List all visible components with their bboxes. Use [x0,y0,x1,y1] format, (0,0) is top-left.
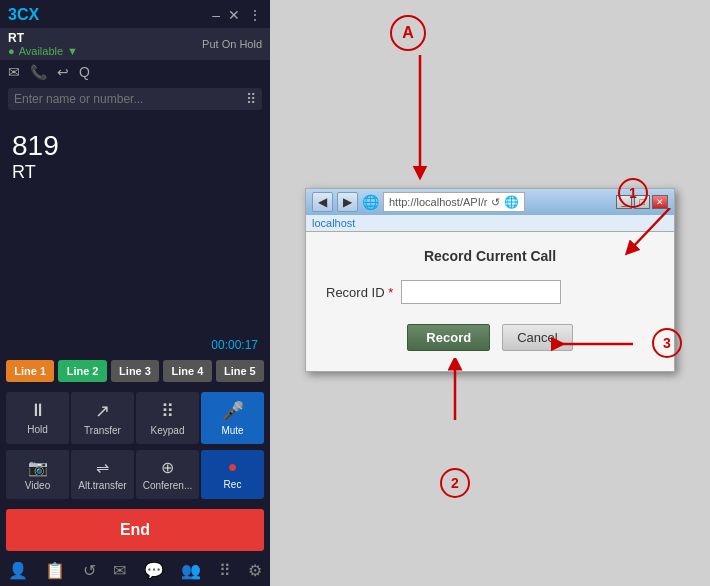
minimize-icon[interactable]: – [212,7,220,23]
header-icons: – ✕ ⋮ [212,7,262,23]
app-logo: 3CX [8,6,39,24]
search-bar[interactable]: ⠿ [8,88,262,110]
menu-icon[interactable]: ⋮ [248,7,262,23]
address-text[interactable]: http://localhost/API/r [389,196,487,208]
transfer-button[interactable]: ↗ Transfer [71,392,134,444]
annotation-2-circle: 2 [440,468,470,498]
record-id-input[interactable] [401,280,561,304]
softphone-panel: 3CX – ✕ ⋮ RT ● Available ▼ Put On Hold ✉… [0,0,270,586]
record-button[interactable]: Record [407,324,490,351]
lines-row: Line 1 Line 2 Line 3 Line 4 Line 5 [0,356,270,386]
hold-button[interactable]: ⏸ Hold [6,392,69,444]
line-5-button[interactable]: Line 5 [216,360,264,382]
address-bar: http://localhost/API/r ↺ 🌐 [383,192,525,212]
refresh-nav-icon[interactable]: ↺ [83,561,96,580]
annotation-1-circle: 1 [618,178,648,208]
conference-icon: ⊕ [161,458,174,477]
close-window-button[interactable]: ✕ [652,195,668,209]
rec-label: Rec [224,479,242,490]
end-call-button[interactable]: End [6,509,264,551]
call-name: RT [12,162,258,183]
status-bar: RT ● Available ▼ Put On Hold [0,28,270,60]
annotation-3-circle: 3 [652,328,682,358]
line-4-button[interactable]: Line 4 [163,360,211,382]
put-on-hold-button[interactable]: Put On Hold [202,38,262,50]
dialog-buttons: Record Cancel [326,324,654,351]
softphone-header: 3CX – ✕ ⋮ [0,0,270,28]
callback-icon[interactable]: ↩ [57,64,69,80]
favicon-icon: 🌐 [504,195,519,209]
alt-transfer-icon: ⇌ [96,458,109,477]
call-timer: 00:00:17 [0,334,270,356]
alt-transfer-label: Alt.transfer [78,480,126,491]
dialog-nav: ◀ ▶ 🌐 http://localhost/API/r ↺ 🌐 [312,192,525,212]
keypad-label: Keypad [151,425,185,436]
back-button[interactable]: ◀ [312,192,333,212]
alt-transfer-button[interactable]: ⇌ Alt.transfer [71,450,134,499]
close-icon[interactable]: ✕ [228,7,240,23]
ie-icon: 🌐 [362,194,379,210]
icon-bar: ✉ 📞 ↩ Q [0,60,270,84]
user-name: RT [8,31,78,45]
conference-button[interactable]: ⊕ Conferen... [136,450,199,499]
annotation-3: 3 [652,328,682,358]
transfer-icon: ↗ [95,400,110,422]
contacts-nav-icon[interactable]: 👤 [8,561,28,580]
forward-button[interactable]: ▶ [337,192,358,212]
voicemail-icon[interactable]: ✉ [8,64,20,80]
tab-title-text[interactable]: localhost [312,217,355,229]
search-icon[interactable]: Q [79,64,90,80]
hold-icon: ⏸ [29,400,47,421]
groups-nav-icon[interactable]: 👥 [181,561,201,580]
call-display: 819 RT [0,114,270,334]
annotation-a: A [390,15,426,51]
hold-label: Hold [27,424,48,435]
required-marker: * [388,285,393,300]
messages-nav-icon[interactable]: ✉ [113,561,126,580]
settings-nav-icon[interactable]: ⚙ [248,561,262,580]
rec-icon: ● [228,458,238,476]
line-1-button[interactable]: Line 1 [6,360,54,382]
record-id-label: Record ID * [326,285,393,300]
annotation-2: 2 [440,468,470,498]
dialog-content: Record Current Call Record ID * Record C… [306,232,674,371]
record-id-row: Record ID * [326,280,654,304]
rec-button[interactable]: ● Rec [201,450,264,499]
refresh-button[interactable]: ↺ [491,196,500,209]
line-2-button[interactable]: Line 2 [58,360,106,382]
lower-controls: 📷 Video ⇌ Alt.transfer ⊕ Conferen... ● R… [0,450,270,505]
keypad-grid-icon: ⠿ [161,400,174,422]
annotation-1: 1 [618,178,648,208]
call-log-nav-icon[interactable]: 📋 [45,561,65,580]
dialog-window: ◀ ▶ 🌐 http://localhost/API/r ↺ 🌐 _ □ ✕ l… [305,188,675,372]
status-dot: ● [8,45,15,57]
keypad-button[interactable]: ⠿ Keypad [136,392,199,444]
conference-label: Conferen... [143,480,192,491]
mute-icon: 🎤 [222,400,244,422]
annotation-a-circle: A [390,15,426,51]
chat-nav-icon[interactable]: 💬 [144,561,164,580]
mute-label: Mute [221,425,243,436]
dialog-title: Record Current Call [326,248,654,264]
video-button[interactable]: 📷 Video [6,450,69,499]
video-icon: 📷 [28,458,48,477]
search-input[interactable] [14,92,246,106]
browser-tab: localhost [306,215,674,232]
apps-nav-icon[interactable]: ⠿ [219,561,231,580]
call-number: 819 [12,130,258,162]
video-label: Video [25,480,50,491]
cancel-button[interactable]: Cancel [502,324,572,351]
call-controls: ⏸ Hold ↗ Transfer ⠿ Keypad 🎤 Mute [0,386,270,450]
mute-button[interactable]: 🎤 Mute [201,392,264,444]
transfer-label: Transfer [84,425,121,436]
keypad-icon[interactable]: ⠿ [246,91,256,107]
bottom-nav: 👤 📋 ↺ ✉ 💬 👥 ⠿ ⚙ [0,555,270,586]
user-status[interactable]: ● Available ▼ [8,45,78,57]
phone-icon[interactable]: 📞 [30,64,47,80]
line-3-button[interactable]: Line 3 [111,360,159,382]
